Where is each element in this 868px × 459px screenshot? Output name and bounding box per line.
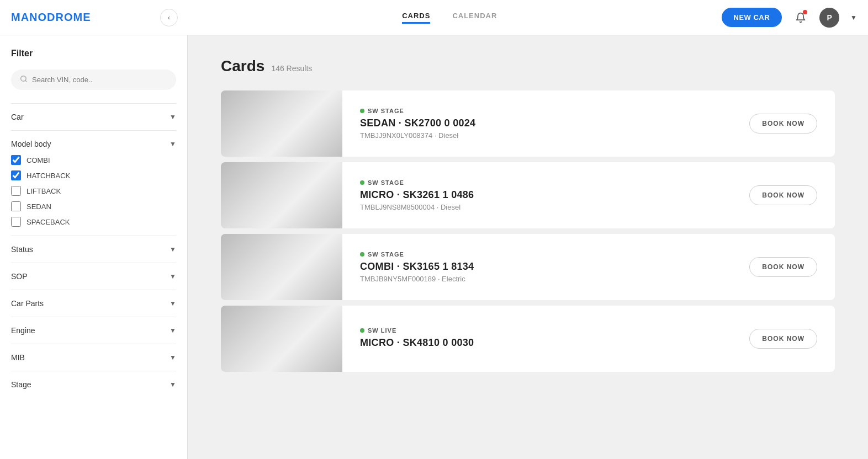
filter-section-mib: MIB ▼ <box>11 344 176 371</box>
chevron-down-icon: ▼ <box>170 113 176 121</box>
stage-dot-green <box>360 109 364 113</box>
chevron-down-icon: ▼ <box>170 300 176 307</box>
svg-point-0 <box>21 76 26 81</box>
filter-section-sop-label: SOP <box>11 272 28 281</box>
checkbox-hatchback-input[interactable] <box>11 170 21 180</box>
car-card-1-name: SEDAN · SK2700 0 0024 <box>360 118 714 129</box>
svg-point-15 <box>297 201 303 207</box>
filter-section-car-parts-header[interactable]: Car Parts ▼ <box>11 299 176 308</box>
svg-point-11 <box>260 199 270 210</box>
checkbox-hatchback[interactable]: HATCHBACK <box>11 170 176 180</box>
card-list: SW STAGE SEDAN · SK2700 0 0024 TMBJJ9NX0… <box>221 90 835 376</box>
book-now-button-4[interactable]: BOOK NOW <box>749 329 817 349</box>
filter-section-sop-header[interactable]: SOP ▼ <box>11 272 176 281</box>
car-card-1-stage: SW STAGE <box>360 108 714 114</box>
filter-section-car-parts-label: Car Parts <box>11 299 44 308</box>
svg-point-10 <box>251 205 313 211</box>
car-card-3-stage: SW STAGE <box>360 251 714 258</box>
svg-point-4 <box>261 129 267 135</box>
search-input[interactable] <box>32 76 167 84</box>
filter-section-status-label: Status <box>11 245 33 254</box>
car-card-4-stage-label: SW LIVE <box>368 327 396 334</box>
filter-section-engine: Engine ▼ <box>11 317 176 344</box>
book-now-button-3[interactable]: BOOK NOW <box>749 257 817 277</box>
svg-point-3 <box>258 127 269 137</box>
filter-title: Filter <box>11 49 176 58</box>
car-card-4-body: SW LIVE MICRO · SK4810 0 0030 <box>342 316 732 362</box>
checkbox-sedan-input[interactable] <box>11 201 21 211</box>
checkbox-sedan[interactable]: SEDAN <box>11 201 176 211</box>
book-now-button-2[interactable]: BOOK NOW <box>749 185 817 205</box>
notification-badge <box>803 10 807 14</box>
filter-section-mib-header[interactable]: MIB ▼ <box>11 353 176 362</box>
car-illustration-sedan <box>237 102 326 146</box>
page-title: Cards <box>221 57 264 75</box>
checkbox-spaceback-input[interactable] <box>11 217 21 227</box>
filter-section-stage-header[interactable]: Stage ▼ <box>11 380 176 389</box>
svg-point-5 <box>263 131 266 134</box>
checkbox-combi[interactable]: COMBI <box>11 155 176 165</box>
svg-point-6 <box>294 127 304 137</box>
car-card-2-name: MICRO · SK3261 1 0486 <box>360 189 714 201</box>
svg-point-27 <box>251 349 313 355</box>
car-image-combi <box>221 234 342 300</box>
svg-point-22 <box>260 273 266 279</box>
chevron-down-icon: ▼ <box>170 245 176 253</box>
car-card-4-stage: SW LIVE <box>360 327 714 334</box>
filter-section-status-header[interactable]: Status ▼ <box>11 245 176 254</box>
book-now-button-1[interactable]: BOOK NOW <box>749 114 817 134</box>
avatar-chevron-icon[interactable]: ▼ <box>850 14 857 22</box>
header-actions: NEW CAR P ▼ <box>722 8 858 28</box>
avatar[interactable]: P <box>819 8 839 28</box>
car-image-sedan <box>221 90 342 157</box>
checkbox-spaceback[interactable]: SPACEBACK <box>11 217 176 227</box>
car-card-2-stage-label: SW STAGE <box>368 179 404 186</box>
car-card-1-body: SW STAGE SEDAN · SK2700 0 0024 TMBJJ9NX0… <box>342 97 732 151</box>
filter-section-sop: SOP ▼ <box>11 263 176 290</box>
checkbox-combi-input[interactable] <box>11 155 21 165</box>
filter-section-model-body: Model body ▼ COMBI HATCHBACK LIFTBACK <box>11 130 176 236</box>
car-card-1-stage-label: SW STAGE <box>368 108 404 114</box>
filter-section-car-label: Car <box>11 113 24 121</box>
svg-point-16 <box>299 203 301 206</box>
filter-section-stage-label: Stage <box>11 380 31 389</box>
svg-point-25 <box>297 273 303 279</box>
model-body-list: COMBI HATCHBACK LIFTBACK SEDAN SPACEBACK <box>11 155 176 227</box>
svg-point-26 <box>299 275 301 277</box>
car-card-1: SW STAGE SEDAN · SK2700 0 0024 TMBJJ9NX0… <box>221 90 835 157</box>
svg-point-2 <box>248 134 315 141</box>
main-layout: Filter Car ▼ Model body ▼ <box>0 35 868 459</box>
chevron-down-icon: ▼ <box>170 327 176 334</box>
svg-point-24 <box>295 271 305 281</box>
car-card-4-name: MICRO · SK4810 0 0030 <box>360 337 714 349</box>
checkbox-spaceback-label: SPACEBACK <box>27 218 70 226</box>
svg-point-8 <box>298 131 301 134</box>
car-image-micro <box>221 162 342 228</box>
car-card-1-action: BOOK NOW <box>732 114 835 134</box>
checkbox-hatchback-label: HATCHBACK <box>27 172 70 180</box>
svg-point-29 <box>262 345 268 351</box>
filter-section-engine-label: Engine <box>11 326 35 335</box>
new-car-button[interactable]: NEW CAR <box>722 8 782 27</box>
svg-rect-18 <box>271 258 301 259</box>
car-card-4: SW LIVE MICRO · SK4810 0 0030 BOOK NOW <box>221 306 835 372</box>
notifications-button[interactable] <box>791 8 811 28</box>
checkbox-liftback-input[interactable] <box>11 186 21 196</box>
filter-section-model-body-header[interactable]: Model body ▼ <box>11 140 176 148</box>
checkbox-combi-label: COMBI <box>27 156 50 164</box>
filter-section-car-header[interactable]: Car ▼ <box>11 113 176 121</box>
checkbox-liftback[interactable]: LIFTBACK <box>11 186 176 196</box>
svg-point-30 <box>263 346 266 349</box>
filter-section-engine-header[interactable]: Engine ▼ <box>11 326 176 335</box>
header: MANODROME ‹ CARDS CALENDAR NEW CAR P ▼ <box>0 0 868 35</box>
checkbox-sedan-label: SEDAN <box>27 202 51 211</box>
tab-cards[interactable]: CARDS <box>402 12 430 24</box>
svg-point-28 <box>260 343 270 353</box>
checkbox-liftback-label: LIFTBACK <box>27 187 61 195</box>
svg-point-21 <box>258 271 268 281</box>
tab-calendar[interactable]: CALENDAR <box>452 12 497 24</box>
car-card-3: SW STAGE COMBI · SK3165 1 8134 TMBJB9NY5… <box>221 234 835 300</box>
sidebar-collapse-button[interactable]: ‹ <box>160 9 178 26</box>
content-area: Cards 146 Results <box>188 35 868 459</box>
car-card-3-name: COMBI · SK3165 1 8134 <box>360 261 714 273</box>
